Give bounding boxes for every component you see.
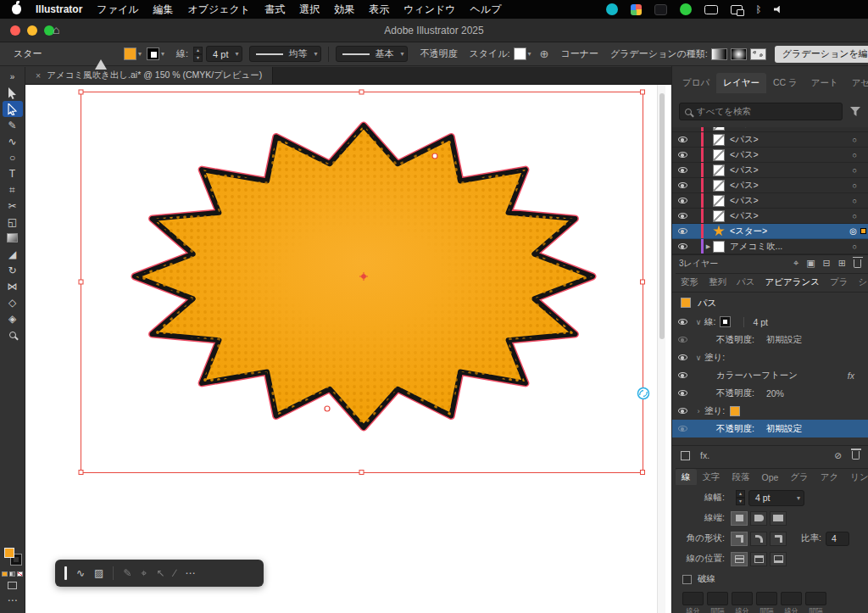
target-circle-icon[interactable]: ○ [853,242,857,251]
tab-glyphs[interactable]: グラ [784,469,815,486]
tab-appearance[interactable]: アピアランス [760,274,825,291]
menu-item-select[interactable]: 選択 [299,3,320,17]
bevel-join-button[interactable] [770,532,787,546]
stepper-down-icon[interactable]: ▾ [736,498,745,505]
anchor-point-top[interactable] [432,153,437,159]
tab-actions[interactable]: アク [815,469,845,486]
free-transform-tool[interactable]: ◇ [3,294,23,310]
visibility-eye-icon[interactable] [678,354,687,360]
tab-assets[interactable]: アセッ [845,73,868,93]
dashed-line-checkbox[interactable] [682,575,692,584]
round-cap-button[interactable] [750,511,767,526]
menu-item-view[interactable]: 表示 [369,3,389,17]
tab-paragraph[interactable]: 段落 [726,469,756,486]
miter-limit-input[interactable]: 4 [826,532,849,546]
align-outside-button[interactable] [770,552,787,566]
stepper-down-icon[interactable]: ▾ [193,54,203,62]
visibility-eye-icon[interactable] [678,319,687,325]
projecting-cap-button[interactable] [770,511,787,526]
ellipse-tool[interactable]: ○ [3,149,23,165]
target-circle-icon[interactable]: ○ [853,181,857,190]
tab-character[interactable]: 文字 [697,469,726,486]
layer-row-path[interactable]: <パス> ○ [672,209,868,224]
appearance-row-fill-1[interactable]: ∨ 塗り: [672,348,868,366]
handle-bottom-center[interactable] [359,471,364,475]
tab-properties-2[interactable]: プラ [825,274,854,291]
make-clip-mask-icon[interactable]: ▣ [806,258,815,269]
tab-properties[interactable]: プロパ [676,73,716,93]
none-button[interactable] [17,571,23,577]
visibility-eye-icon[interactable] [678,137,687,142]
pen-tool[interactable]: ✎ [3,117,23,133]
stroke-swatch[interactable] [721,317,730,326]
fill-indicator-swatch[interactable] [4,548,14,558]
stroke-caret-icon[interactable]: ▾ [161,50,164,58]
fill-stroke-indicator[interactable] [3,547,22,566]
menu-item-file[interactable]: ファイル [97,3,138,17]
anchor-point-bottom[interactable] [325,406,330,411]
target-circle-icon[interactable]: ○ [853,136,857,144]
disclosure-icon[interactable]: ▶ [704,243,713,250]
dash-input[interactable] [781,592,802,605]
delete-layer-icon[interactable] [854,259,861,268]
stroke-weight-select[interactable]: 4 pt [748,490,804,506]
anchor-icon[interactable]: ⌖ [141,567,147,579]
shading-icon[interactable]: ▨ [94,567,103,579]
visibility-eye-icon[interactable] [678,152,687,158]
tab-pathfinder[interactable]: パス [732,274,760,291]
menu-item-edit[interactable]: 編集 [153,3,173,17]
artboard-tool[interactable]: ⌗ [3,181,23,198]
canvas-vertical-scrollbar[interactable] [657,85,665,613]
chevron-down-icon[interactable]: ∨ [693,354,704,362]
fill-caret-icon[interactable]: ▾ [138,50,142,58]
locate-object-icon[interactable]: ⌖ [793,258,798,269]
shaper-tool[interactable]: ◈ [3,310,23,326]
curvature-icon[interactable]: ∿ [76,567,85,579]
stroke-width-select[interactable]: 4 pt [206,46,242,62]
handle-bottom-left[interactable] [79,471,83,475]
target-circle-icon[interactable]: ○ [853,151,857,159]
visibility-eye-icon[interactable] [678,243,687,249]
fill-swatch[interactable] [730,406,740,416]
tab-layers[interactable]: レイヤー [716,73,766,93]
document-tab[interactable]: × アメコミ風吹き出し.ai* @ 150 % (CMYK/プレビュー) [25,67,273,84]
appearance-row-fill-opacity-20[interactable]: 不透明度: 20% [672,384,868,402]
visibility-eye-icon[interactable] [678,337,687,343]
target-circle-selected-icon[interactable]: ◎ [849,226,857,236]
live-corner-widget[interactable] [638,388,649,399]
visibility-eye-icon[interactable] [678,390,687,396]
scissors-tool[interactable]: ✂ [3,198,23,214]
volume-icon[interactable] [774,6,783,14]
apple-menu-icon[interactable] [12,4,21,14]
freeform-gradient-button[interactable] [750,48,766,60]
rotate-tool[interactable]: ↻ [3,262,23,278]
tab-stroke[interactable]: 線 [676,469,697,486]
document-setup-icon[interactable]: ⊕ [540,47,549,60]
menu-item-object[interactable]: オブジェクト [187,3,250,17]
gradient-tool[interactable] [3,230,23,246]
launchpad-icon[interactable] [631,4,642,15]
display-icon[interactable] [704,5,718,14]
align-center-button[interactable] [731,552,748,566]
type-tool[interactable]: T [3,165,23,181]
menu-item-help[interactable]: ヘルプ [470,3,502,17]
tab-transform[interactable]: 変形 [676,274,704,291]
delete-item-icon[interactable] [852,451,860,460]
appearance-row-halftone-effect[interactable]: カラーハーフトーン fx [672,366,868,384]
tab-align[interactable]: 整列 [704,274,732,291]
chevron-down-icon[interactable]: ∨ [693,318,704,326]
new-sublayer-icon[interactable]: ⊟ [823,258,831,269]
selection-tool[interactable] [3,85,23,101]
brush-definition-select[interactable]: 基本 [336,46,408,62]
dash-input[interactable] [732,592,753,605]
tab-symbols[interactable]: シン [853,274,868,291]
layer-row-path[interactable]: <パス> ○ [672,193,868,209]
align-inside-button[interactable] [750,552,767,566]
appearance-row-fill-2[interactable]: › 塗り: [672,402,868,420]
handle-middle-left[interactable] [79,280,83,284]
gap-input[interactable] [756,592,777,605]
menu-item-type[interactable]: 書式 [264,3,285,17]
layer-row-path[interactable]: <パス> ○ [672,132,868,148]
corner-label[interactable]: コーナー [560,47,598,60]
handle-top-center[interactable] [359,90,364,94]
